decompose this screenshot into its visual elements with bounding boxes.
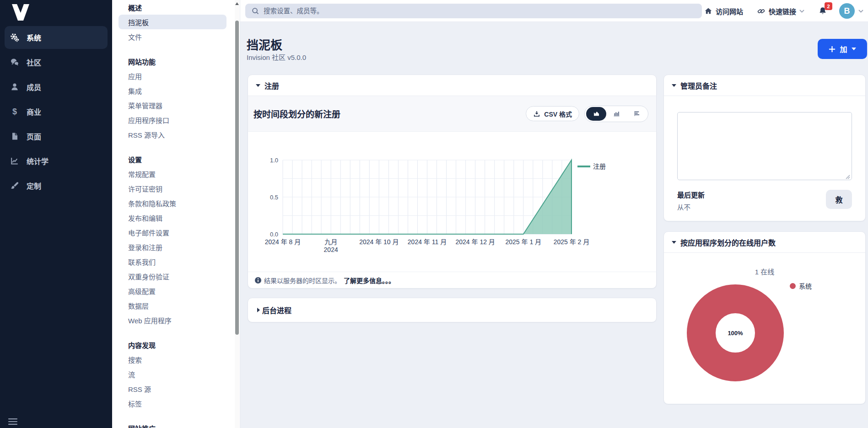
svg-text:1.0: 1.0 [270,157,278,164]
app-logo[interactable] [11,4,30,21]
caret-down-icon [256,84,260,87]
sidebar-item-label: 菜单管理器 [128,101,162,110]
sidebar-item[interactable]: 挡泥板 [119,15,226,29]
sidebar-item[interactable]: RSS 源导入 [119,127,226,142]
sidebar-section-heading: 网站功能 [119,54,235,69]
plus-icon [829,46,836,53]
admin-notes-title: 管理员备注 [680,80,717,91]
sidebar-item[interactable]: 标签 [119,396,226,411]
sidebar-item[interactable]: 流 [119,367,226,381]
sidebar-item-label: 常规配置 [128,169,156,179]
legend-dot [790,283,796,289]
online-users-title: 按应用程序划分的在线用户数 [680,237,776,248]
quick-links-label: 快速链接 [769,6,796,16]
primary-nav-item-customization[interactable]: 定制 [5,174,108,197]
brush-icon [10,181,19,190]
hamburger-icon [8,418,17,425]
sidebar-section-settings: 设置 常规配置许可证密钥条款和隐私政策发布和编辑电子邮件设置登录和注册联系我们双… [119,152,235,327]
sidebar-item[interactable]: 应用程序接口 [119,112,226,127]
primary-nav-item-system[interactable]: 系统 [5,26,108,49]
sidebar-item[interactable]: 许可证密钥 [119,181,226,196]
chart-type-toggle [584,106,648,122]
learn-more-link[interactable]: 了解更多信息。。。 [344,276,395,285]
caret-right-icon [257,308,260,312]
sidebar-item[interactable]: 高级配置 [119,284,226,298]
sidebar-section-heading: 设置 [119,152,235,166]
save-notes-button[interactable]: 救 [826,190,852,209]
home-icon [704,7,712,15]
bar-chart-toggle[interactable] [606,107,626,121]
sidebar-item[interactable]: 电子邮件设置 [119,225,226,240]
csv-export-button[interactable]: CSV 格式 [526,106,579,121]
registrations-panel-header[interactable]: 注册 [248,75,656,96]
online-users-header[interactable]: 按应用程序划分的在线用户数 [664,232,865,253]
primary-nav-item-statistics[interactable]: 统计学 [5,150,108,172]
admin-notes-header[interactable]: 管理员备注 [664,75,865,96]
primary-nav-item-commerce[interactable]: $ 商业 [5,100,108,123]
account-menu[interactable]: B [839,3,863,19]
chart-footnote: 结果以服务器的时区显示。 了解更多信息。。。 [248,272,656,289]
primary-nav-item-community[interactable]: 社区 [5,51,108,74]
sidebar-item[interactable]: 双重身份验证 [119,269,226,284]
page-title: 挡泥板 [247,36,282,53]
admin-notes-textarea[interactable] [677,112,852,180]
primary-nav-label: 商业 [27,106,41,117]
sidebar-item[interactable]: 条款和隐私政策 [119,196,226,210]
gears-icon [10,33,19,42]
search-input[interactable] [245,4,702,18]
online-users-panel: 按应用程序划分的在线用户数 1 在线 系统 100% [663,231,866,404]
quick-links-menu[interactable]: 快速链接 [757,6,804,16]
sidebar-item-label: 流 [128,369,135,379]
horizontal-bar-chart-toggle[interactable] [626,107,647,121]
sidebar-item-label: 标签 [128,399,142,408]
svg-text:九月2024: 九月2024 [324,238,338,253]
svg-text:2024 年 12 月: 2024 年 12 月 [455,238,495,246]
sidebar-item[interactable]: 搜索 [119,352,226,367]
sidebar-section-discovery: 内容发现 搜索流RSS 源标签 [119,337,235,411]
sidebar-item[interactable]: 常规配置 [119,166,226,181]
primary-nav-item-pages[interactable]: 页面 [5,125,108,148]
sidebar-item-label: Web 应用程序 [128,316,172,325]
scroll-up-icon[interactable] [235,2,239,5]
svg-text:2024 年 8 月: 2024 年 8 月 [265,238,301,246]
topbar-right: 访问网站 快速链接 2 B [704,0,863,22]
primary-nav-label: 成员 [27,81,41,92]
area-chart-icon [593,110,600,118]
sidebar-item[interactable]: 登录和注册 [119,240,226,254]
svg-text:0.0: 0.0 [270,231,278,238]
last-updated-value: 从不 [677,202,705,212]
online-users-body: 1 在线 系统 100% [664,253,865,404]
sidebar-item[interactable]: Web 应用程序 [119,313,226,327]
primary-nav-label: 社区 [27,57,41,68]
sidebar-item-label: 文件 [128,32,142,42]
legend-label: 系统 [799,281,812,290]
sidebar-item[interactable]: 菜单管理器 [119,98,226,112]
primary-nav-label: 定制 [27,180,41,191]
add-button[interactable]: 加 [818,39,867,59]
sidebar-item[interactable]: 数据层 [119,298,226,313]
sidebar-item[interactable]: 集成 [119,83,226,98]
sidebar-item[interactable]: 发布和编辑 [119,210,226,225]
area-chart-toggle[interactable] [586,107,606,121]
sidebar-item[interactable]: 应用 [119,69,226,83]
notifications-button[interactable]: 2 [818,6,827,16]
sidebar-item[interactable]: 联系我们 [119,254,226,269]
search-bar [245,4,702,18]
sidebar-item-label: 挡泥板 [128,17,149,27]
sidebar-item-label: 电子邮件设置 [128,228,169,237]
background-processes-header[interactable]: 后台进程 [248,298,656,322]
bar-chart-icon [613,110,620,118]
sidebar-section-heading: 网站推广 [119,421,235,428]
sidebar-item-label: 应用 [128,71,142,81]
collapse-menu-button[interactable] [8,418,17,425]
sidebar-item[interactable]: RSS 源 [119,381,226,396]
primary-nav-item-members[interactable]: 成员 [5,75,108,98]
online-count: 1 在线 [664,267,865,276]
info-icon [255,277,261,284]
primary-sidebar: 系统 社区 成员 $ 商业 [0,0,112,428]
scrollbar-thumb[interactable] [235,21,239,335]
sidebar-scrollbar[interactable] [235,0,239,428]
sidebar-item-label: 双重身份验证 [128,272,169,281]
sidebar-item[interactable]: 文件 [119,29,226,44]
visit-site-link[interactable]: 访问网站 [704,6,743,16]
